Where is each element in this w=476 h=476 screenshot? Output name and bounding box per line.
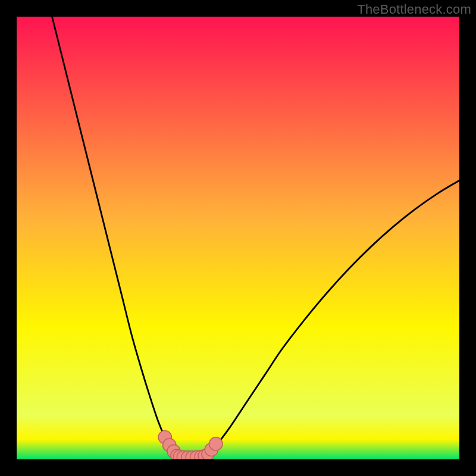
chart-frame: TheBottleneck.com (0, 0, 476, 476)
watermark-label: TheBottleneck.com (357, 2, 471, 17)
data-marker (209, 437, 223, 450)
chart-background (17, 17, 459, 459)
bottleneck-chart (17, 17, 459, 459)
